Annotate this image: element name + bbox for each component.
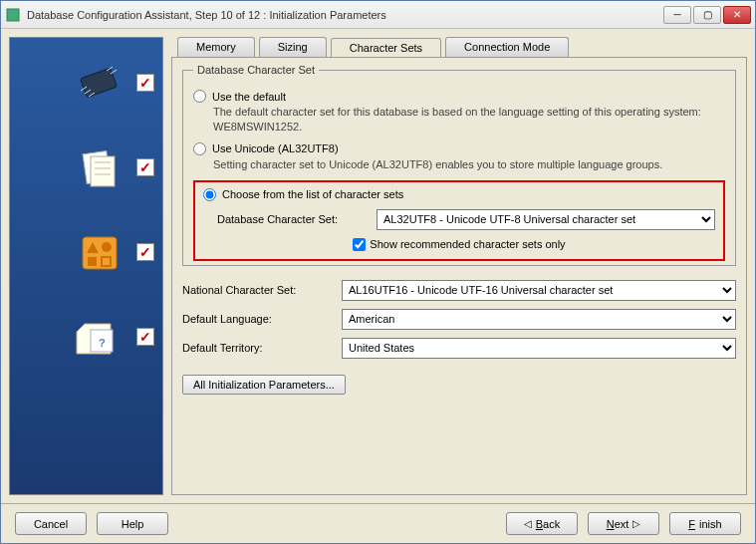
footer: Cancel Help ◁Back Next▷ Finish 亿速云 <box>1 503 755 543</box>
tab-strip: Memory Sizing Character Sets Connection … <box>171 37 747 57</box>
option-use-unicode[interactable]: Use Unicode (AL32UTF8) <box>193 142 725 155</box>
fieldset-legend: Database Character Set <box>193 64 319 76</box>
tab-panel: Database Character Set Use the default T… <box>171 57 747 495</box>
step-check-icon: ✓ <box>136 158 154 176</box>
tab-sizing[interactable]: Sizing <box>259 37 327 57</box>
next-arrow-icon: ▷ <box>632 518 640 529</box>
radio-use-default[interactable] <box>193 90 206 103</box>
svg-point-14 <box>102 242 112 252</box>
finish-button[interactable]: Finish <box>669 512 741 535</box>
label-use-default: Use the default <box>212 91 286 103</box>
select-default-language[interactable]: American <box>342 309 736 330</box>
all-init-params-button[interactable]: All Initialization Parameters... <box>182 375 346 395</box>
step-check-icon: ✓ <box>136 243 154 261</box>
db-charset-fieldset: Database Character Set Use the default T… <box>182 64 736 266</box>
help-button[interactable]: Help <box>97 512 168 535</box>
row-default-language: Default Language: American <box>182 309 736 330</box>
minimize-button[interactable]: ─ <box>663 6 691 24</box>
row-default-territory: Default Territory: United States <box>182 338 736 359</box>
select-national-charset[interactable]: AL16UTF16 - Unicode UTF-16 Universal cha… <box>342 280 736 301</box>
svg-rect-0 <box>7 9 19 21</box>
tab-connection-mode[interactable]: Connection Mode <box>445 37 569 57</box>
shapes-icon <box>69 227 128 277</box>
bottom-panel: All Initialization Parameters... <box>182 367 736 395</box>
row-national-charset: National Character Set: AL16UTF16 - Unic… <box>182 280 736 301</box>
label-default-language: Default Language: <box>182 313 332 325</box>
desc-use-unicode: Setting character set to Unicode (AL32UT… <box>213 157 725 172</box>
wizard-step-2: ✓ <box>18 142 154 192</box>
step-check-icon: ✓ <box>136 328 154 346</box>
window-controls: ─ ▢ ✕ <box>663 6 751 24</box>
select-default-territory[interactable]: United States <box>342 338 736 359</box>
svg-rect-15 <box>88 257 97 266</box>
row-db-charset: Database Character Set: AL32UTF8 - Unico… <box>217 209 715 230</box>
option-choose-list[interactable]: Choose from the list of character sets <box>203 188 715 201</box>
next-button[interactable]: Next▷ <box>588 512 659 535</box>
select-db-charset[interactable]: AL32UTF8 - Unicode UTF-8 Universal chara… <box>377 209 715 230</box>
row-show-recommended: Show recommended character sets only <box>203 238 715 251</box>
desc-use-default: The default character set for this datab… <box>213 105 725 135</box>
window-title: Database Configuration Assistant, Step 1… <box>27 9 663 21</box>
wizard-sidebar: ✓ ✓ ✓ ? ✓ <box>9 37 163 495</box>
label-show-recommended: Show recommended character sets only <box>370 238 565 250</box>
option-use-default[interactable]: Use the default <box>193 90 725 103</box>
label-db-charset: Database Character Set: <box>217 213 367 225</box>
tab-memory[interactable]: Memory <box>177 37 255 57</box>
wizard-step-1: ✓ <box>18 58 154 108</box>
titlebar: Database Configuration Assistant, Step 1… <box>1 1 755 29</box>
window: Database Configuration Assistant, Step 1… <box>0 0 756 544</box>
step-check-icon: ✓ <box>136 74 154 92</box>
body: ✓ ✓ ✓ ? ✓ Memor <box>1 29 755 503</box>
checkbox-show-recommended[interactable] <box>353 238 366 251</box>
svg-rect-8 <box>91 156 115 186</box>
label-national-charset: National Character Set: <box>182 284 332 296</box>
tab-character-sets[interactable]: Character Sets <box>331 38 441 58</box>
label-use-unicode: Use Unicode (AL32UTF8) <box>212 142 339 154</box>
chip-icon <box>69 58 128 108</box>
back-arrow-icon: ◁ <box>524 518 532 529</box>
close-button[interactable]: ✕ <box>723 6 751 24</box>
radio-choose-list[interactable] <box>203 188 216 201</box>
radio-use-unicode[interactable] <box>193 142 206 155</box>
label-default-territory: Default Territory: <box>182 342 332 354</box>
main-area: Memory Sizing Character Sets Connection … <box>171 37 747 495</box>
highlight-box: Choose from the list of character sets D… <box>193 180 725 261</box>
documents-icon <box>69 142 128 192</box>
wizard-step-4: ? ✓ <box>18 312 154 362</box>
app-icon <box>5 7 21 23</box>
label-choose-list: Choose from the list of character sets <box>222 188 403 200</box>
question-doc-icon: ? <box>69 312 128 362</box>
svg-text:?: ? <box>99 337 106 349</box>
maximize-button[interactable]: ▢ <box>693 6 721 24</box>
back-button[interactable]: ◁Back <box>506 512 578 535</box>
cancel-button[interactable]: Cancel <box>15 512 87 535</box>
wizard-step-3: ✓ <box>18 227 154 277</box>
